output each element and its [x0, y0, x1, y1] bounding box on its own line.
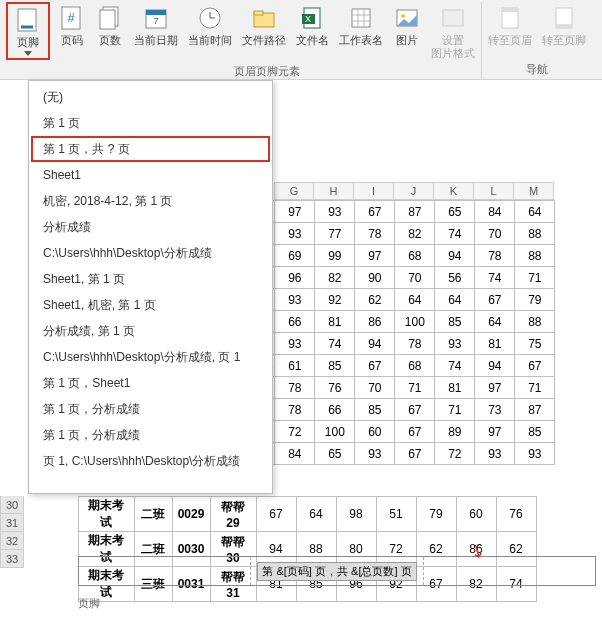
column-header[interactable]: H [314, 182, 354, 200]
cell[interactable]: 96 [275, 267, 315, 289]
cell[interactable]: 66 [275, 311, 315, 333]
dropdown-item[interactable]: (无) [31, 84, 270, 110]
cell[interactable]: 93 [435, 333, 475, 355]
footer-preset-dropdown[interactable]: (无)第 1 页第 1 页，共 ? 页Sheet1机密, 2018-4-12, … [28, 80, 273, 494]
file-path-button[interactable]: 文件路径 [238, 2, 290, 62]
cell[interactable]: 61 [275, 355, 315, 377]
footer-center[interactable]: 第 &[页码] 页，共 &[总页数] 页 [251, 557, 423, 585]
dropdown-item[interactable]: 页 1, C:\Users\hhh\Desktop\分析成绩 [31, 448, 270, 474]
cell[interactable]: 66 [315, 399, 355, 421]
dropdown-item[interactable] [31, 474, 270, 482]
cell[interactable]: 99 [315, 245, 355, 267]
goto-footer-button[interactable]: 转至页脚 [538, 2, 590, 49]
cell[interactable]: 93 [475, 443, 515, 465]
cell[interactable]: 82 [395, 223, 435, 245]
dropdown-item[interactable]: C:\Users\hhh\Desktop\分析成绩 [31, 240, 270, 266]
cell[interactable]: 67 [355, 355, 395, 377]
cell[interactable]: 68 [395, 245, 435, 267]
cell[interactable]: 71 [435, 399, 475, 421]
dropdown-item[interactable]: C:\Users\hhh\Desktop\分析成绩, 页 1 [31, 344, 270, 370]
cell[interactable]: 94 [435, 245, 475, 267]
cell[interactable]: 97 [275, 201, 315, 223]
cell[interactable]: 73 [475, 399, 515, 421]
cell[interactable]: 93 [275, 333, 315, 355]
cell[interactable]: 68 [395, 355, 435, 377]
cell[interactable]: 85 [515, 421, 555, 443]
cell[interactable]: 100 [315, 421, 355, 443]
footer-section[interactable]: 第 &[页码] 页，共 &[总页数] 页 [78, 556, 596, 586]
cell[interactable]: 97 [475, 377, 515, 399]
cell[interactable]: 82 [315, 267, 355, 289]
dropdown-item[interactable] [31, 482, 270, 490]
cell[interactable]: 75 [515, 333, 555, 355]
cell[interactable]: 78 [355, 223, 395, 245]
cell[interactable]: 78 [395, 333, 435, 355]
goto-header-button[interactable]: 转至页眉 [484, 2, 536, 49]
cell[interactable]: 100 [395, 311, 435, 333]
cell[interactable]: 84 [275, 443, 315, 465]
row-header[interactable]: 32 [0, 532, 24, 550]
dropdown-item[interactable]: 第 1 页，Sheet1 [31, 370, 270, 396]
cell[interactable]: 67 [395, 443, 435, 465]
cell[interactable]: 81 [475, 333, 515, 355]
cell[interactable]: 87 [515, 399, 555, 421]
picture-button[interactable]: 图片 [389, 2, 425, 62]
cell[interactable]: 74 [435, 223, 475, 245]
cell[interactable]: 51 [376, 497, 416, 532]
footer-right[interactable] [424, 557, 595, 585]
file-name-button[interactable]: X 文件名 [292, 2, 333, 62]
dropdown-item[interactable]: 分析成绩, 第 1 页 [31, 318, 270, 344]
cell[interactable]: 67 [395, 399, 435, 421]
dropdown-item[interactable]: Sheet1, 第 1 页 [31, 266, 270, 292]
cell[interactable]: 98 [336, 497, 376, 532]
dropdown-item[interactable]: Sheet1 [31, 162, 270, 188]
cell[interactable]: 84 [475, 201, 515, 223]
dropdown-item[interactable]: 分析成绩 [31, 214, 270, 240]
cell[interactable]: 88 [515, 311, 555, 333]
cell[interactable]: 67 [355, 201, 395, 223]
cell[interactable]: 76 [315, 377, 355, 399]
cell[interactable]: 85 [435, 311, 475, 333]
cell[interactable]: 78 [475, 245, 515, 267]
cell[interactable]: 70 [395, 267, 435, 289]
cell[interactable]: 79 [515, 289, 555, 311]
cell[interactable]: 65 [315, 443, 355, 465]
cell[interactable]: 74 [435, 355, 475, 377]
cell[interactable]: 81 [315, 311, 355, 333]
dropdown-item[interactable]: 第 1 页，共 ? 页 [31, 136, 270, 162]
cell[interactable]: 71 [395, 377, 435, 399]
cell[interactable]: 87 [395, 201, 435, 223]
dropdown-item[interactable]: 第 1 页，分析成绩 [31, 422, 270, 448]
current-time-button[interactable]: 当前时间 [184, 2, 236, 62]
cell[interactable]: 帮帮29 [210, 497, 256, 532]
dropdown-item[interactable]: Sheet1, 机密, 第 1 页 [31, 292, 270, 318]
cell[interactable]: 85 [315, 355, 355, 377]
page-count-button[interactable]: 页数 [92, 2, 128, 62]
cell[interactable]: 78 [275, 377, 315, 399]
cell[interactable]: 二班 [134, 497, 172, 532]
cell[interactable]: 60 [355, 421, 395, 443]
cell[interactable]: 71 [515, 267, 555, 289]
cell[interactable]: 64 [475, 311, 515, 333]
cell[interactable]: 93 [275, 289, 315, 311]
column-header[interactable]: G [274, 182, 314, 200]
cell[interactable]: 76 [496, 497, 536, 532]
cell[interactable]: 67 [475, 289, 515, 311]
cell[interactable]: 88 [515, 223, 555, 245]
dropdown-item[interactable]: 第 1 页 [31, 110, 270, 136]
cell[interactable]: 64 [435, 289, 475, 311]
dropdown-item[interactable]: 第 1 页，分析成绩 [31, 396, 270, 422]
footer-left[interactable] [79, 557, 251, 585]
cell[interactable]: 0029 [172, 497, 210, 532]
cell[interactable]: 64 [395, 289, 435, 311]
footer-dropdown-button[interactable]: 页脚 [6, 2, 50, 60]
column-header[interactable]: L [474, 182, 514, 200]
cell[interactable]: 74 [475, 267, 515, 289]
column-header[interactable]: J [394, 182, 434, 200]
cell[interactable]: 72 [275, 421, 315, 443]
cell[interactable]: 81 [435, 377, 475, 399]
cell[interactable]: 93 [515, 443, 555, 465]
cell[interactable]: 60 [456, 497, 496, 532]
dropdown-item[interactable]: 机密, 2018-4-12, 第 1 页 [31, 188, 270, 214]
row-header[interactable]: 31 [0, 514, 24, 532]
